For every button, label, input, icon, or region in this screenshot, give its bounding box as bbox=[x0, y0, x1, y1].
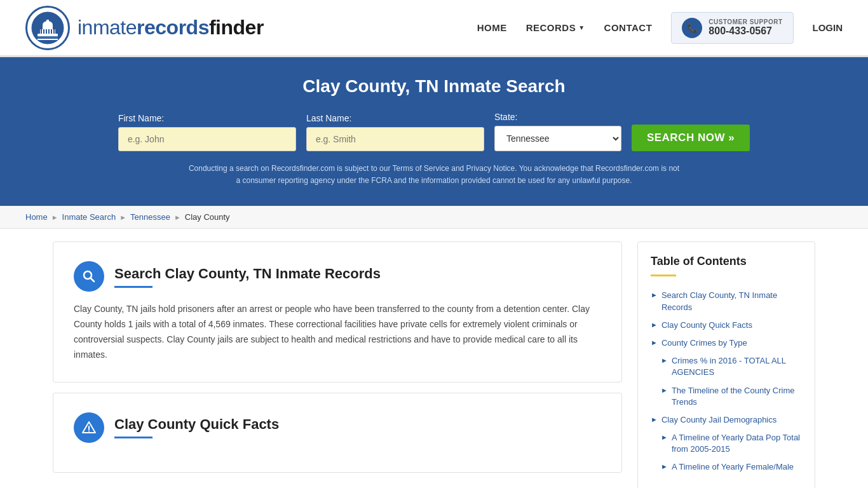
sidebar: Table of Contents ► Search Clay County, … bbox=[637, 241, 815, 488]
quick-facts-header: Clay County Quick Facts bbox=[74, 412, 601, 443]
disclaimer-text: Conducting a search on Recordsfinder.com… bbox=[186, 163, 682, 187]
toc-link-1[interactable]: Clay County Quick Facts bbox=[661, 320, 752, 331]
quick-facts-icon bbox=[74, 412, 104, 443]
customer-support-box: 📞 CUSTOMER SUPPORT 800-433-0567 bbox=[671, 12, 793, 44]
svg-rect-11 bbox=[53, 29, 55, 34]
first-name-group: First Name: bbox=[118, 113, 296, 151]
header: inmaterecordsfinder HOME RECORDS ▼ CONTA… bbox=[0, 0, 868, 57]
svg-rect-2 bbox=[40, 29, 55, 34]
search-section-title-group: Search Clay County, TN Inmate Records bbox=[114, 266, 381, 288]
nav-home[interactable]: HOME bbox=[477, 22, 507, 33]
toc-item-2: ► County Crimes by Type bbox=[651, 334, 802, 352]
toc-item-6: ► A Timeline of Yearly Data Pop Total fr… bbox=[651, 429, 802, 458]
svg-rect-14 bbox=[37, 39, 58, 40]
toc-link-4[interactable]: The Timeline of the County Crime Trends bbox=[672, 385, 802, 408]
phone-icon: 📞 bbox=[682, 18, 702, 38]
support-text: CUSTOMER SUPPORT 800-433-0567 bbox=[709, 18, 782, 37]
last-name-label: Last Name: bbox=[306, 113, 352, 123]
state-label: State: bbox=[494, 112, 518, 122]
toc-chevron-7: ► bbox=[661, 463, 668, 470]
breadcrumb-clay-county: Clay County bbox=[185, 212, 230, 222]
main-nav: HOME RECORDS ▼ CONTACT 📞 CUSTOMER SUPPOR… bbox=[477, 12, 843, 44]
toc-chevron-6: ► bbox=[661, 433, 668, 441]
state-group: State: Tennessee Alabama Alaska Arizona … bbox=[494, 112, 621, 151]
search-section-title: Search Clay County, TN Inmate Records bbox=[114, 266, 381, 282]
breadcrumb: Home ► Inmate Search ► Tennessee ► Clay … bbox=[0, 206, 868, 229]
breadcrumb-sep-2: ► bbox=[119, 214, 126, 221]
toc-chevron-1: ► bbox=[651, 321, 658, 329]
quick-facts-title-group: Clay County Quick Facts bbox=[114, 416, 279, 438]
hero-title: Clay County, TN Inmate Search bbox=[25, 76, 843, 97]
toc-chevron-4: ► bbox=[661, 386, 668, 394]
svg-rect-10 bbox=[51, 29, 52, 34]
search-section-underline bbox=[114, 286, 153, 288]
search-form: First Name: Last Name: State: Tennessee … bbox=[25, 112, 843, 151]
toc-link-0[interactable]: Search Clay County, TN Inmate Records bbox=[661, 290, 802, 313]
toc-link-7[interactable]: A Timeline of Yearly Female/Male bbox=[672, 461, 794, 473]
breadcrumb-home[interactable]: Home bbox=[25, 212, 48, 222]
toc-item-3: ► Crimes % in 2016 - TOTAL ALL AGENCIES bbox=[651, 352, 802, 381]
toc-link-6[interactable]: A Timeline of Yearly Data Pop Total from… bbox=[672, 432, 802, 455]
toc-chevron-2: ► bbox=[651, 339, 658, 346]
breadcrumb-sep-3: ► bbox=[174, 214, 181, 221]
toc-chevron-0: ► bbox=[651, 291, 658, 299]
first-name-label: First Name: bbox=[118, 113, 164, 123]
svg-line-16 bbox=[91, 278, 95, 282]
toc-item-0: ► Search Clay County, TN Inmate Records bbox=[651, 287, 802, 316]
toc-link-3[interactable]: Crimes % in 2016 - TOTAL ALL AGENCIES bbox=[672, 355, 802, 378]
search-section-card: Search Clay County, TN Inmate Records Cl… bbox=[53, 241, 622, 382]
toc-divider bbox=[651, 274, 676, 276]
state-select[interactable]: Tennessee Alabama Alaska Arizona Arkansa… bbox=[494, 126, 621, 151]
nav-login[interactable]: LOGIN bbox=[813, 22, 843, 33]
toc-chevron-5: ► bbox=[651, 416, 658, 423]
content-area: Search Clay County, TN Inmate Records Cl… bbox=[53, 241, 622, 482]
toc-item-7: ► A Timeline of Yearly Female/Male bbox=[651, 458, 802, 476]
quick-facts-title: Clay County Quick Facts bbox=[114, 416, 279, 433]
toc-item-5: ► Clay County Jail Demographics bbox=[651, 411, 802, 429]
toc-item-1: ► Clay County Quick Facts bbox=[651, 316, 802, 334]
quick-facts-underline bbox=[114, 437, 153, 438]
support-number: 800-433-0567 bbox=[709, 25, 782, 37]
svg-rect-6 bbox=[41, 29, 42, 34]
logo-area: inmaterecordsfinder bbox=[25, 6, 264, 50]
breadcrumb-sep-1: ► bbox=[51, 214, 58, 221]
nav-contact[interactable]: CONTACT bbox=[604, 22, 653, 33]
last-name-input[interactable] bbox=[306, 127, 484, 151]
toc-title: Table of Contents bbox=[651, 255, 802, 268]
svg-rect-9 bbox=[48, 29, 50, 34]
search-section-body: Clay County, TN jails hold prisoners aft… bbox=[74, 302, 601, 362]
svg-rect-7 bbox=[43, 29, 44, 34]
chevron-down-icon: ▼ bbox=[578, 24, 585, 31]
toc-card: Table of Contents ► Search Clay County, … bbox=[637, 241, 815, 488]
svg-rect-12 bbox=[37, 36, 58, 37]
nav-records[interactable]: RECORDS ▼ bbox=[526, 22, 585, 33]
support-label: CUSTOMER SUPPORT bbox=[709, 18, 782, 25]
toc-list: ► Search Clay County, TN Inmate Records … bbox=[651, 287, 802, 476]
breadcrumb-inmate-search[interactable]: Inmate Search bbox=[62, 212, 116, 222]
svg-rect-5 bbox=[46, 20, 49, 25]
breadcrumb-tennessee[interactable]: Tennessee bbox=[130, 212, 170, 222]
last-name-group: Last Name: bbox=[306, 113, 484, 151]
hero-section: Clay County, TN Inmate Search First Name… bbox=[0, 57, 868, 206]
toc-chevron-3: ► bbox=[661, 356, 668, 364]
toc-item-4: ► The Timeline of the County Crime Trend… bbox=[651, 382, 802, 411]
svg-point-18 bbox=[88, 430, 90, 431]
svg-rect-8 bbox=[46, 29, 47, 34]
search-section-icon bbox=[74, 261, 104, 292]
quick-facts-card: Clay County Quick Facts bbox=[53, 393, 622, 473]
svg-rect-13 bbox=[37, 37, 58, 38]
logo-text: inmaterecordsfinder bbox=[78, 16, 264, 39]
logo-icon bbox=[25, 6, 70, 50]
search-section-header: Search Clay County, TN Inmate Records bbox=[74, 261, 601, 292]
search-button[interactable]: SEARCH NOW » bbox=[632, 125, 750, 151]
first-name-input[interactable] bbox=[118, 127, 296, 151]
main-layout: Search Clay County, TN Inmate Records Cl… bbox=[27, 229, 841, 488]
toc-link-5[interactable]: Clay County Jail Demographics bbox=[661, 414, 776, 426]
toc-link-2[interactable]: County Crimes by Type bbox=[661, 337, 747, 349]
